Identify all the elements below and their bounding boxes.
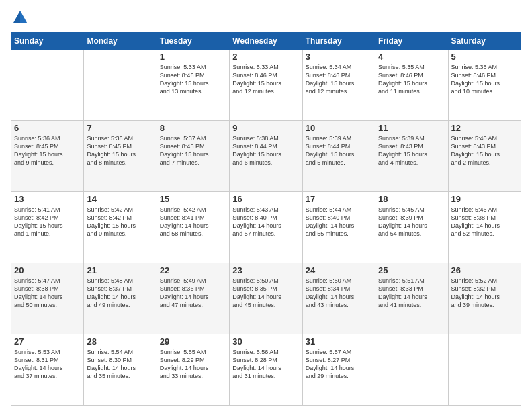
day-number: 22: [160, 265, 226, 275]
day-number: 20: [14, 265, 81, 275]
calendar-cell: 2Sunrise: 5:33 AM Sunset: 8:46 PM Daylig…: [230, 50, 302, 121]
day-number: 10: [306, 123, 372, 133]
calendar-header-wednesday: Wednesday: [230, 33, 302, 50]
day-number: 14: [87, 194, 153, 204]
day-info: Sunrise: 5:33 AM Sunset: 8:46 PM Dayligh…: [232, 63, 299, 96]
calendar-cell: 18Sunrise: 5:45 AM Sunset: 8:39 PM Dayli…: [375, 192, 448, 263]
day-number: 23: [232, 265, 299, 275]
calendar-cell: 9Sunrise: 5:38 AM Sunset: 8:44 PM Daylig…: [230, 121, 302, 192]
calendar-header-friday: Friday: [375, 33, 448, 50]
day-info: Sunrise: 5:40 AM Sunset: 8:43 PM Dayligh…: [451, 134, 518, 167]
day-info: Sunrise: 5:50 AM Sunset: 8:35 PM Dayligh…: [232, 277, 299, 310]
day-number: 18: [378, 194, 445, 204]
day-info: Sunrise: 5:42 AM Sunset: 8:42 PM Dayligh…: [87, 205, 153, 238]
calendar-cell: 22Sunrise: 5:49 AM Sunset: 8:36 PM Dayli…: [157, 263, 229, 334]
day-info: Sunrise: 5:43 AM Sunset: 8:40 PM Dayligh…: [232, 205, 299, 238]
calendar-cell: 3Sunrise: 5:34 AM Sunset: 8:46 PM Daylig…: [302, 50, 375, 121]
day-number: 11: [378, 123, 445, 133]
calendar-header-tuesday: Tuesday: [157, 33, 229, 50]
calendar-cell: [11, 50, 84, 121]
page: SundayMondayTuesdayWednesdayThursdayFrid…: [0, 0, 532, 411]
calendar-cell: 31Sunrise: 5:57 AM Sunset: 8:27 PM Dayli…: [302, 334, 375, 406]
calendar-cell: 30Sunrise: 5:56 AM Sunset: 8:28 PM Dayli…: [230, 334, 302, 406]
day-number: 5: [451, 52, 518, 62]
calendar-cell: 7Sunrise: 5:36 AM Sunset: 8:45 PM Daylig…: [84, 121, 157, 192]
calendar-header-sunday: Sunday: [11, 33, 84, 50]
calendar-cell: 28Sunrise: 5:54 AM Sunset: 8:30 PM Dayli…: [84, 334, 157, 406]
calendar-week-1: 1Sunrise: 5:33 AM Sunset: 8:46 PM Daylig…: [11, 50, 521, 121]
calendar-week-3: 13Sunrise: 5:41 AM Sunset: 8:42 PM Dayli…: [11, 192, 521, 263]
calendar-cell: 24Sunrise: 5:50 AM Sunset: 8:34 PM Dayli…: [302, 263, 375, 334]
calendar-table: SundayMondayTuesdayWednesdayThursdayFrid…: [11, 32, 521, 406]
day-number: 19: [451, 194, 518, 204]
calendar-header-monday: Monday: [84, 33, 157, 50]
day-info: Sunrise: 5:35 AM Sunset: 8:46 PM Dayligh…: [378, 63, 445, 96]
calendar-cell: 4Sunrise: 5:35 AM Sunset: 8:46 PM Daylig…: [375, 50, 448, 121]
calendar-cell: 14Sunrise: 5:42 AM Sunset: 8:42 PM Dayli…: [84, 192, 157, 263]
day-info: Sunrise: 5:39 AM Sunset: 8:44 PM Dayligh…: [306, 134, 372, 167]
day-number: 15: [160, 194, 226, 204]
day-info: Sunrise: 5:37 AM Sunset: 8:45 PM Dayligh…: [160, 134, 226, 167]
calendar-cell: 25Sunrise: 5:51 AM Sunset: 8:33 PM Dayli…: [375, 263, 448, 334]
day-info: Sunrise: 5:48 AM Sunset: 8:37 PM Dayligh…: [87, 277, 153, 310]
day-number: 24: [306, 265, 372, 275]
day-number: 21: [87, 265, 153, 275]
day-info: Sunrise: 5:46 AM Sunset: 8:38 PM Dayligh…: [451, 205, 518, 238]
day-info: Sunrise: 5:57 AM Sunset: 8:27 PM Dayligh…: [306, 348, 372, 381]
day-info: Sunrise: 5:39 AM Sunset: 8:43 PM Dayligh…: [378, 134, 445, 167]
calendar-cell: 16Sunrise: 5:43 AM Sunset: 8:40 PM Dayli…: [230, 192, 302, 263]
day-info: Sunrise: 5:50 AM Sunset: 8:34 PM Dayligh…: [306, 277, 372, 310]
day-info: Sunrise: 5:35 AM Sunset: 8:46 PM Dayligh…: [451, 63, 518, 96]
day-number: 27: [14, 336, 81, 347]
calendar-cell: [84, 50, 157, 121]
calendar-header-row: SundayMondayTuesdayWednesdayThursdayFrid…: [11, 33, 521, 50]
day-info: Sunrise: 5:38 AM Sunset: 8:44 PM Dayligh…: [232, 134, 299, 167]
calendar-cell: 5Sunrise: 5:35 AM Sunset: 8:46 PM Daylig…: [448, 50, 521, 121]
day-number: 16: [232, 194, 299, 204]
day-number: 8: [160, 123, 226, 133]
day-info: Sunrise: 5:36 AM Sunset: 8:45 PM Dayligh…: [87, 134, 153, 167]
calendar-cell: 27Sunrise: 5:53 AM Sunset: 8:31 PM Dayli…: [11, 334, 84, 406]
day-info: Sunrise: 5:47 AM Sunset: 8:38 PM Dayligh…: [14, 277, 81, 310]
day-number: 12: [451, 123, 518, 133]
header: [11, 8, 521, 27]
calendar-cell: 29Sunrise: 5:55 AM Sunset: 8:29 PM Dayli…: [157, 334, 229, 406]
day-number: 26: [451, 265, 518, 275]
day-number: 7: [87, 123, 153, 133]
day-number: 2: [232, 52, 299, 62]
day-info: Sunrise: 5:53 AM Sunset: 8:31 PM Dayligh…: [14, 348, 81, 381]
day-number: 3: [306, 52, 372, 62]
day-number: 30: [232, 336, 299, 347]
day-number: 31: [306, 336, 372, 347]
logo-icon: [11, 8, 30, 27]
svg-marker-1: [20, 11, 27, 23]
calendar-cell: 26Sunrise: 5:52 AM Sunset: 8:32 PM Dayli…: [448, 263, 521, 334]
day-number: 29: [160, 336, 226, 347]
calendar-week-4: 20Sunrise: 5:47 AM Sunset: 8:38 PM Dayli…: [11, 263, 521, 334]
calendar-header-saturday: Saturday: [448, 33, 521, 50]
calendar-cell: 8Sunrise: 5:37 AM Sunset: 8:45 PM Daylig…: [157, 121, 229, 192]
day-info: Sunrise: 5:33 AM Sunset: 8:46 PM Dayligh…: [160, 63, 226, 96]
calendar-cell: [375, 334, 448, 406]
day-number: 6: [14, 123, 81, 133]
day-number: 17: [306, 194, 372, 204]
day-number: 1: [160, 52, 226, 62]
day-info: Sunrise: 5:49 AM Sunset: 8:36 PM Dayligh…: [160, 277, 226, 310]
calendar-cell: 11Sunrise: 5:39 AM Sunset: 8:43 PM Dayli…: [375, 121, 448, 192]
day-info: Sunrise: 5:44 AM Sunset: 8:40 PM Dayligh…: [306, 205, 372, 238]
day-info: Sunrise: 5:55 AM Sunset: 8:29 PM Dayligh…: [160, 348, 226, 381]
day-number: 28: [87, 336, 153, 347]
calendar-cell: 20Sunrise: 5:47 AM Sunset: 8:38 PM Dayli…: [11, 263, 84, 334]
calendar-cell: 13Sunrise: 5:41 AM Sunset: 8:42 PM Dayli…: [11, 192, 84, 263]
calendar-week-2: 6Sunrise: 5:36 AM Sunset: 8:45 PM Daylig…: [11, 121, 521, 192]
calendar-cell: 6Sunrise: 5:36 AM Sunset: 8:45 PM Daylig…: [11, 121, 84, 192]
day-info: Sunrise: 5:45 AM Sunset: 8:39 PM Dayligh…: [378, 205, 445, 238]
calendar-cell: 17Sunrise: 5:44 AM Sunset: 8:40 PM Dayli…: [302, 192, 375, 263]
day-info: Sunrise: 5:52 AM Sunset: 8:32 PM Dayligh…: [451, 277, 518, 310]
calendar-cell: 10Sunrise: 5:39 AM Sunset: 8:44 PM Dayli…: [302, 121, 375, 192]
day-info: Sunrise: 5:51 AM Sunset: 8:33 PM Dayligh…: [378, 277, 445, 310]
calendar-header-thursday: Thursday: [302, 33, 375, 50]
day-info: Sunrise: 5:34 AM Sunset: 8:46 PM Dayligh…: [306, 63, 372, 96]
day-info: Sunrise: 5:56 AM Sunset: 8:28 PM Dayligh…: [232, 348, 299, 381]
day-info: Sunrise: 5:41 AM Sunset: 8:42 PM Dayligh…: [14, 205, 81, 238]
